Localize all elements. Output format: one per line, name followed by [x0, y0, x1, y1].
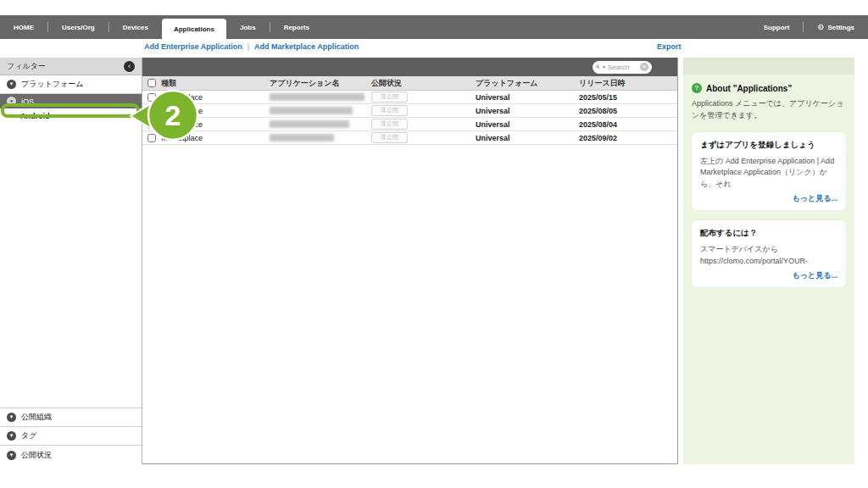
cell-platform: Universal	[476, 134, 579, 142]
row-checkbox[interactable]	[147, 120, 156, 129]
search-clear-icon[interactable]: ✕	[640, 63, 648, 71]
cell-app-name-redacted	[270, 120, 371, 128]
sidebar-item-ios[interactable]: ● iOS	[0, 94, 142, 108]
nav-settings-label: Settings	[827, 24, 854, 31]
header-release-date: リリース日時	[579, 78, 677, 89]
see-more-link[interactable]: もっと見る...	[700, 193, 837, 204]
row-checkbox[interactable]	[147, 93, 156, 102]
help-panel-content: ? About "Applications" Applications メニュー…	[683, 75, 854, 287]
select-all-checkbox-cell	[142, 79, 161, 87]
sidebar-item-publish-org[interactable]: ▼ 公開組織	[0, 408, 142, 427]
nav-jobs[interactable]: Jobs	[226, 15, 270, 39]
search-input[interactable]	[608, 64, 638, 71]
help-question-icon: ?	[692, 83, 702, 93]
sidebar-item-label: 公開状況	[21, 450, 52, 461]
cell-type: Marketplace	[161, 120, 270, 129]
cell-app-name-redacted	[270, 134, 371, 141]
sidebar-item-label: iOS	[21, 97, 34, 106]
help-panel-top-strip	[683, 58, 854, 75]
about-description: Applications メニューでは、アプリケーションを管理できます。	[692, 98, 846, 122]
help-card-distribute: 配布するには？ スマートデバイスから https://clomo.com/por…	[692, 220, 846, 287]
help-card-title: まずはアプリを登録しましょう	[700, 140, 837, 151]
redacted-text-bar	[270, 93, 364, 101]
about-title-text: About "Applications"	[706, 84, 792, 93]
help-card-title: 配布するには？	[700, 228, 837, 239]
help-card-body: スマートデバイスから	[700, 244, 837, 256]
sidebar-item-platform[interactable]: ▼ プラットフォーム	[0, 75, 142, 94]
status-badge: 非公開	[371, 119, 408, 129]
sidebar-item-android[interactable]: Android	[0, 108, 142, 124]
status-badge: 非公開	[371, 92, 408, 102]
cell-release-date: 2025/09/02	[579, 134, 677, 142]
export-link[interactable]: Export	[657, 42, 682, 51]
tab-applications-active[interactable]: Applications	[162, 19, 226, 39]
header-app-name: アプリケーション名	[270, 78, 371, 89]
nav-devices[interactable]: Devices	[109, 15, 162, 39]
application-table-panel: ▼ ✕ 種類 アプリケーション名 公開状況 プラットフォーム リリース日時 Ma…	[142, 58, 678, 464]
nav-home[interactable]: HOME	[0, 15, 47, 39]
cell-platform: Universal	[476, 93, 579, 102]
row-checkbox-cell	[142, 107, 161, 115]
header-type: 種類	[161, 78, 270, 89]
link-separator: |	[248, 42, 249, 51]
row-checkbox-cell	[142, 134, 161, 142]
add-marketplace-application-link[interactable]: Add Marketplace Application	[254, 42, 359, 51]
nav-settings[interactable]: ⚙Settings	[804, 15, 868, 39]
see-more-link[interactable]: もっと見る...	[700, 270, 837, 281]
cell-status: 非公開	[371, 132, 476, 142]
redacted-text-bar	[270, 134, 334, 141]
filter-title: フィルター	[7, 61, 46, 72]
collapse-toggle-icon: ▼	[7, 413, 16, 422]
cell-status: 非公開	[371, 105, 476, 115]
table-row[interactable]: Marketplace 非公開 Universal 2025/08/05	[142, 104, 677, 118]
sidebar-item-publish-status[interactable]: ▼ 公開状況	[0, 446, 142, 464]
add-application-links: Add Enterprise Application | Add Marketp…	[144, 42, 359, 51]
select-all-checkbox[interactable]	[147, 79, 156, 87]
filter-sidebar: フィルター ‹ ▼ プラットフォーム ● iOS Android ▼ 公開組織 …	[0, 58, 142, 464]
table-row[interactable]: Marketplace 非公開 Universal 2025/09/02	[142, 131, 677, 145]
redacted-text-bar	[270, 120, 349, 128]
table-toolbar: ▼ ✕	[142, 58, 677, 76]
filter-header: フィルター ‹	[0, 58, 142, 75]
nav-reports[interactable]: Reports	[270, 15, 323, 39]
redacted-text-bar	[270, 107, 353, 114]
help-card-body: 左上の Add Enterprise Application | Add Mar…	[700, 156, 837, 191]
header-publish-status: 公開状況	[371, 78, 476, 89]
cell-type: Marketplace	[161, 107, 270, 115]
nav-users-org[interactable]: Users/Org	[48, 15, 108, 39]
status-badge: 非公開	[371, 132, 408, 142]
top-navigation: HOME Users/Org Devices Applications Jobs…	[0, 15, 868, 39]
content-area: フィルター ‹ ▼ プラットフォーム ● iOS Android ▼ 公開組織 …	[0, 58, 868, 464]
table-row[interactable]: Marketplace 非公開 Universal 2025/05/15	[142, 91, 677, 104]
collapse-toggle-icon: ▼	[7, 431, 16, 441]
cell-release-date: 2025/08/04	[579, 120, 677, 129]
cell-type: Marketplace	[161, 93, 270, 102]
add-enterprise-application-link[interactable]: Add Enterprise Application	[144, 42, 242, 51]
cell-platform: Universal	[476, 120, 579, 129]
nav-support[interactable]: Support	[750, 15, 804, 39]
gear-icon: ⚙	[817, 24, 824, 31]
sidebar-item-tag[interactable]: ▼ タグ	[0, 427, 142, 446]
sidebar-item-label: タグ	[21, 430, 36, 441]
cell-type: Marketplace	[161, 134, 270, 142]
table-row[interactable]: Marketplace 非公開 Universal 2025/08/04	[142, 118, 677, 131]
cell-status: 非公開	[371, 119, 476, 129]
nav-right-group: Support ⚙Settings	[750, 15, 868, 39]
help-panel: ? About "Applications" Applications メニュー…	[683, 58, 854, 464]
clomo-admin-window: HOME Users/Org Devices Applications Jobs…	[0, 0, 868, 488]
search-scope-caret-icon[interactable]: ▼	[602, 65, 606, 69]
status-badge: 非公開	[371, 105, 408, 115]
row-checkbox[interactable]	[147, 107, 156, 115]
row-checkbox-cell	[142, 120, 161, 129]
cell-app-name-redacted	[270, 93, 371, 101]
about-heading: ? About "Applications"	[692, 83, 846, 93]
selected-filter-icon: ●	[7, 97, 16, 106]
header-platform: プラットフォーム	[476, 78, 579, 89]
help-card-register: まずはアプリを登録しましょう 左上の Add Enterprise Applic…	[692, 132, 846, 211]
cell-status: 非公開	[371, 92, 476, 102]
sidebar-bottom-group: ▼ 公開組織 ▼ タグ ▼ 公開状況	[0, 408, 142, 464]
search-box[interactable]: ▼ ✕	[593, 61, 652, 74]
collapse-sidebar-icon[interactable]: ‹	[124, 61, 135, 72]
collapse-toggle-icon: ▼	[7, 80, 16, 89]
row-checkbox[interactable]	[147, 134, 156, 142]
